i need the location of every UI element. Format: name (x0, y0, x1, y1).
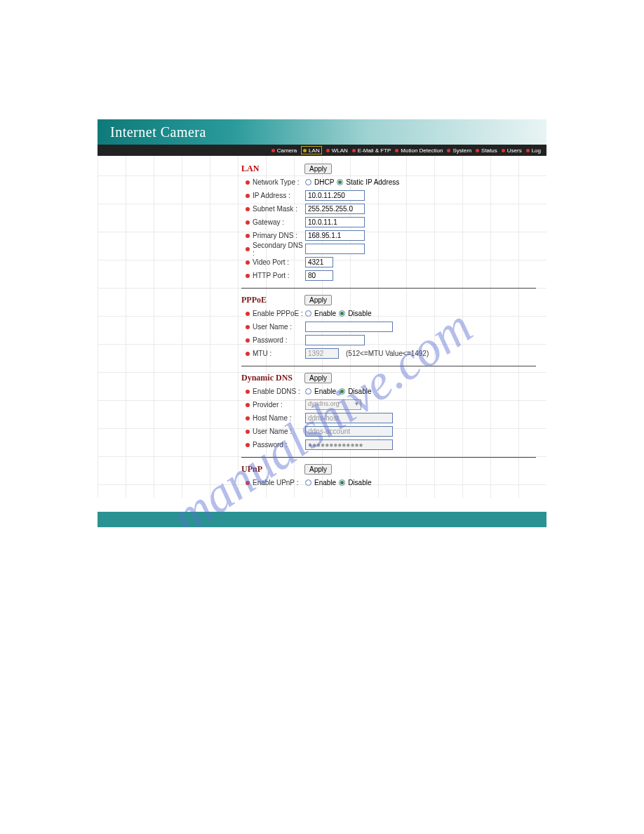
bullet-icon (246, 194, 250, 198)
mtu-hint: (512<=MTU Value<=1492) (346, 350, 429, 357)
section-pppoe-title: PPPoE (241, 295, 304, 305)
static-ip-radio[interactable] (337, 179, 343, 185)
ddns-user-label: User Name : (253, 428, 305, 435)
bullet-icon (246, 260, 250, 265)
ddns-disable-radio[interactable] (339, 388, 345, 395)
bullet-icon (246, 247, 250, 251)
ddns-enable-radio[interactable] (305, 388, 311, 395)
bullet-icon (246, 338, 250, 343)
pppoe-password-field[interactable] (305, 335, 365, 345)
bullet-icon (246, 180, 250, 185)
main-nav: Camera LAN WLAN E-Mail & FTP Motion Dete… (98, 145, 546, 156)
pppoe-user-field[interactable] (305, 322, 393, 332)
bullet-icon (246, 390, 250, 394)
footer-bar (98, 512, 546, 527)
bullet-icon (352, 149, 356, 152)
ddns-host-field (305, 413, 393, 423)
nav-wlan[interactable]: WLAN (326, 147, 348, 154)
bullet-icon (271, 149, 275, 152)
bullet-icon (246, 430, 250, 434)
app-window: Internet Camera Camera LAN WLAN E-Mail &… (98, 119, 546, 498)
bullet-icon (246, 234, 250, 238)
bullet-icon (502, 149, 505, 152)
ddns-apply-button[interactable]: Apply (304, 373, 332, 383)
mtu-label: MTU : (253, 350, 305, 357)
pppoe-disable-radio[interactable] (339, 310, 345, 317)
network-type-label: Network Type : (253, 178, 305, 186)
lan-apply-button[interactable]: Apply (304, 164, 332, 174)
upnp-enable-radio[interactable] (305, 479, 311, 486)
left-gutter (98, 161, 241, 489)
ddns-host-label: Host Name : (253, 414, 305, 422)
bullet-icon (476, 149, 479, 152)
bullet-icon (526, 149, 530, 152)
upnp-apply-button[interactable]: Apply (304, 464, 332, 475)
subnet-mask-field[interactable] (305, 204, 365, 214)
bullet-icon (246, 481, 250, 485)
ddns-enable-label: Enable DDNS : (253, 388, 305, 395)
nav-motion-detection[interactable]: Motion Detection (395, 147, 443, 154)
form-area: LAN Apply Network Type : DHCP Static IP … (241, 161, 536, 489)
gateway-field[interactable] (305, 217, 365, 227)
nav-log[interactable]: Log (526, 147, 541, 154)
section-ddns-title: Dynamic DNS (241, 373, 304, 383)
bullet-icon (246, 352, 250, 356)
video-port-label: Video Port : (253, 258, 305, 266)
bullet-icon (395, 149, 398, 152)
bullet-icon (447, 149, 450, 152)
primary-dns-field[interactable] (305, 230, 365, 241)
bullet-icon (326, 149, 330, 152)
separator (241, 366, 536, 366)
pppoe-enable-label: Enable PPPoE : (253, 310, 305, 317)
section-upnp-title: UPnP (241, 464, 304, 475)
primary-dns-label: Primary DNS : (253, 232, 305, 239)
nav-email-ftp[interactable]: E-Mail & FTP (352, 147, 391, 154)
mtu-field (305, 348, 339, 359)
bullet-icon (246, 443, 250, 447)
separator (241, 457, 536, 458)
ddns-password-label: Password : (253, 441, 305, 449)
bullet-icon (246, 312, 250, 316)
gateway-label: Gateway : (253, 218, 305, 226)
section-lan-title: LAN (241, 164, 304, 174)
http-port-field[interactable] (305, 270, 333, 281)
nav-camera[interactable]: Camera (271, 147, 297, 154)
ip-address-label: IP Address : (253, 192, 305, 199)
bullet-icon (246, 220, 250, 225)
pppoe-apply-button[interactable]: Apply (304, 295, 332, 305)
pppoe-enable-radio[interactable] (305, 310, 311, 317)
separator (241, 288, 536, 289)
http-port-label: HTTP Port : (253, 272, 305, 279)
upnp-disable-radio[interactable] (339, 479, 345, 486)
pppoe-user-label: User Name : (253, 323, 305, 331)
ddns-provider-select[interactable]: dyndns.org (305, 399, 361, 410)
bullet-icon (303, 149, 307, 152)
nav-system[interactable]: System (447, 147, 471, 154)
app-title: Internet Camera (110, 124, 206, 140)
bullet-icon (246, 403, 250, 407)
header: Internet Camera (98, 119, 546, 145)
bullet-icon (246, 207, 250, 211)
ddns-password-field (305, 439, 393, 450)
secondary-dns-field[interactable] (305, 244, 365, 254)
bullet-icon (246, 325, 250, 329)
video-port-field[interactable] (305, 257, 333, 267)
nav-status[interactable]: Status (476, 147, 497, 154)
ddns-user-field (305, 426, 393, 437)
nav-users[interactable]: Users (502, 147, 522, 154)
bullet-icon (246, 274, 250, 278)
pppoe-password-label: Password : (253, 336, 305, 344)
ip-address-field[interactable] (305, 190, 365, 201)
secondary-dns-label: Secondary DNS : (253, 241, 305, 257)
nav-lan[interactable]: LAN (301, 146, 322, 154)
subnet-mask-label: Subnet Mask : (253, 205, 305, 213)
bullet-icon (246, 416, 250, 421)
dhcp-radio[interactable] (305, 179, 311, 185)
ddns-provider-label: Provider : (253, 401, 305, 409)
upnp-enable-label: Enable UPnP : (253, 479, 305, 486)
